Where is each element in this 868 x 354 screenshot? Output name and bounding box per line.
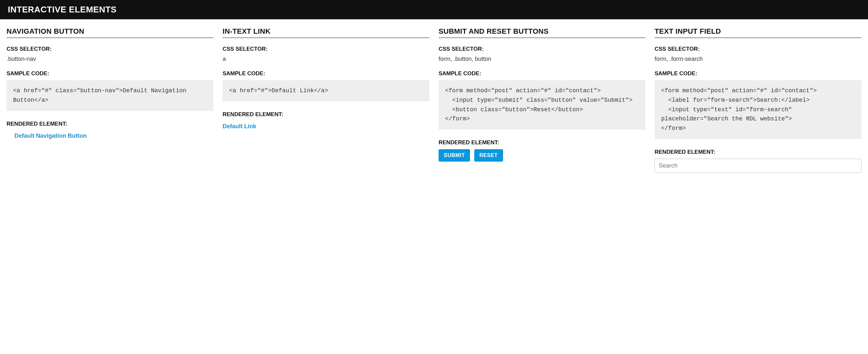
rendered-element: SUBMIT RESET bbox=[439, 149, 645, 162]
rendered-label: RENDERED ELEMENT: bbox=[6, 121, 213, 127]
default-link[interactable]: Default Link bbox=[223, 123, 256, 130]
css-selector-label: CSS SELECTOR: bbox=[223, 46, 429, 52]
sample-code-label: SAMPLE CODE: bbox=[655, 70, 862, 77]
col-text-input: TEXT INPUT FIELD CSS SELECTOR: form, .fo… bbox=[655, 27, 862, 173]
col-title: SUBMIT AND RESET BUTTONS bbox=[439, 27, 645, 38]
reset-button[interactable]: RESET bbox=[474, 149, 503, 162]
css-selector-label: CSS SELECTOR: bbox=[6, 46, 213, 52]
sample-code-block: <form method="post" action="#" id="conta… bbox=[439, 80, 645, 130]
sample-code-block: <form method="post" action="#" id="conta… bbox=[655, 80, 862, 139]
search-input[interactable] bbox=[655, 159, 862, 173]
submit-button[interactable]: SUBMIT bbox=[439, 149, 470, 162]
columns-container: NAVIGATION BUTTON CSS SELECTOR: .button-… bbox=[0, 19, 868, 173]
col-title: NAVIGATION BUTTON bbox=[6, 27, 213, 38]
nav-button-link[interactable]: Default Navigation Button bbox=[14, 132, 87, 139]
rendered-label: RENDERED ELEMENT: bbox=[223, 111, 429, 118]
col-submit-reset: SUBMIT AND RESET BUTTONS CSS SELECTOR: f… bbox=[439, 27, 645, 173]
sample-code-label: SAMPLE CODE: bbox=[439, 70, 645, 77]
sample-code-block: <a href="#" class="button-nav">Default N… bbox=[6, 80, 213, 111]
rendered-element: Default Navigation Button bbox=[6, 131, 213, 139]
col-in-text-link: IN-TEXT LINK CSS SELECTOR: a SAMPLE CODE… bbox=[223, 27, 429, 173]
col-title: TEXT INPUT FIELD bbox=[655, 27, 862, 38]
sample-code-block: <a href="#">Default Link</a> bbox=[223, 80, 429, 101]
sample-code-label: SAMPLE CODE: bbox=[223, 70, 429, 77]
css-selector-value: .button-nav bbox=[6, 56, 213, 63]
sample-code-label: SAMPLE CODE: bbox=[6, 70, 213, 77]
rendered-label: RENDERED ELEMENT: bbox=[439, 139, 645, 146]
css-selector-value: a bbox=[223, 56, 429, 63]
css-selector-label: CSS SELECTOR: bbox=[655, 46, 862, 52]
page-header: INTERACTIVE ELEMENTS bbox=[0, 0, 868, 19]
rendered-element: Default Link bbox=[223, 121, 429, 130]
css-selector-value: form, .button, button bbox=[439, 56, 645, 63]
rendered-label: RENDERED ELEMENT: bbox=[655, 149, 862, 155]
css-selector-label: CSS SELECTOR: bbox=[439, 46, 645, 52]
col-navigation-button: NAVIGATION BUTTON CSS SELECTOR: .button-… bbox=[6, 27, 213, 173]
rendered-element bbox=[655, 159, 862, 173]
col-title: IN-TEXT LINK bbox=[223, 27, 429, 38]
css-selector-value: form, .form-search bbox=[655, 56, 862, 63]
